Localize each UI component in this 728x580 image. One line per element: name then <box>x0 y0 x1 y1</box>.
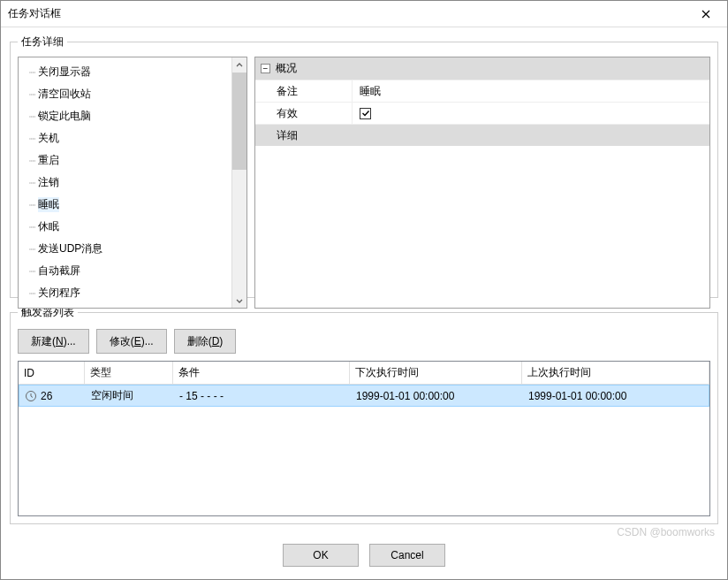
valid-checkbox[interactable] <box>360 108 371 119</box>
tree-connector-icon: ┈ <box>29 199 34 211</box>
edit-trigger-button[interactable]: 修改(E)... <box>96 329 167 354</box>
trigger-toolbar: 新建(N)... 修改(E)... 删除(D) <box>18 329 710 354</box>
tree-item-label: 休眠 <box>38 219 59 234</box>
valid-label: 有效 <box>255 103 353 124</box>
scrollbar-thumb[interactable] <box>232 72 246 170</box>
chevron-down-icon <box>236 297 243 304</box>
tree-item[interactable]: ┈清空回收站 <box>26 83 231 105</box>
chevron-up-icon <box>236 62 243 69</box>
tree-item[interactable]: ┈重启 <box>26 149 231 172</box>
tree-item-label: 自动截屏 <box>38 263 80 279</box>
tree-item[interactable]: ┈注销 <box>26 172 231 194</box>
prop-row-valid[interactable]: 有效 <box>255 102 709 124</box>
task-details-group: 任务详细 ┈关闭显示器┈清空回收站┈锁定此电脑┈关机┈重启┈注销┈睡眠┈休眠┈发… <box>10 34 718 298</box>
trigger-table: ID 类型 条件 下次执行时间 上次执行时间 26空闲时间- 15 - - - … <box>18 361 710 516</box>
tree-connector-icon: ┈ <box>29 287 34 300</box>
scroll-up-button[interactable] <box>232 57 246 72</box>
remark-value[interactable]: 睡眠 <box>353 80 709 102</box>
trigger-list-group: 触发器列表 新建(N)... 修改(E)... 删除(D) ID 类型 条件 下… <box>10 305 718 524</box>
tree-connector-icon: ┈ <box>29 243 34 256</box>
dialog-content: 任务详细 ┈关闭显示器┈清空回收站┈锁定此电脑┈关机┈重启┈注销┈睡眠┈休眠┈发… <box>1 27 727 531</box>
col-header-type[interactable]: 类型 <box>85 362 173 385</box>
tree-item[interactable]: ┈发送UDP消息 <box>26 238 231 260</box>
dialog-footer: OK Cancel <box>1 531 727 579</box>
tree-connector-icon: ┈ <box>29 88 34 101</box>
tree-item-label: 发送UDP消息 <box>38 241 102 256</box>
delete-trigger-button[interactable]: 删除(D) <box>174 329 237 354</box>
task-tree[interactable]: ┈关闭显示器┈清空回收站┈锁定此电脑┈关机┈重启┈注销┈睡眠┈休眠┈发送UDP消… <box>18 57 247 309</box>
tree-item[interactable]: ┈关闭显示器 <box>26 61 231 83</box>
prop-category-detail[interactable]: 详细 <box>255 124 709 146</box>
tree-item[interactable]: ┈休眠 <box>26 216 231 238</box>
col-header-condition[interactable]: 条件 <box>173 362 350 385</box>
cancel-button[interactable]: Cancel <box>369 544 445 567</box>
tree-item-label: 注销 <box>38 175 59 190</box>
task-details-legend: 任务详细 <box>18 34 67 50</box>
cell-next-exec: 1999-01-01 00:00:00 <box>351 390 523 402</box>
collapse-toggle[interactable]: − <box>261 64 270 73</box>
tree-item[interactable]: ┈锁定此电脑 <box>26 105 231 127</box>
tree-item[interactable]: ┈关闭程序 <box>26 282 231 304</box>
col-header-id[interactable]: ID <box>19 362 85 385</box>
tree-item-label: 睡眠 <box>38 197 59 212</box>
prop-category-overview[interactable]: − 概况 <box>255 57 709 80</box>
close-button[interactable] <box>692 4 720 25</box>
tree-connector-icon: ┈ <box>29 265 34 278</box>
tree-item-label: 关闭程序 <box>38 286 80 301</box>
property-grid: − 概况 备注 睡眠 有效 <box>254 57 710 309</box>
tree-item-label: 重启 <box>38 153 59 168</box>
cell-condition: - 15 - - - - <box>174 390 351 402</box>
tree-connector-icon: ┈ <box>29 66 34 79</box>
close-icon <box>701 10 710 19</box>
tree-item-label: 锁定此电脑 <box>38 109 91 124</box>
detail-label: 详细 <box>255 125 353 146</box>
cell-type: 空闲时间 <box>86 388 174 403</box>
remark-label: 备注 <box>255 80 353 102</box>
ok-button[interactable]: OK <box>283 544 359 567</box>
tree-connector-icon: ┈ <box>29 133 34 145</box>
tree-item-label: 关闭显示器 <box>38 65 91 80</box>
cell-id: 26 <box>19 390 86 402</box>
titlebar: 任务对话框 <box>1 1 727 27</box>
tree-item[interactable]: ┈睡眠 <box>26 194 231 216</box>
new-trigger-button[interactable]: 新建(N)... <box>18 329 89 354</box>
task-dialog: 任务对话框 任务详细 ┈关闭显示器┈清空回收站┈锁定此电脑┈关机┈重启┈注销┈睡… <box>0 0 728 580</box>
scrollbar-track[interactable] <box>232 72 246 293</box>
overview-label: 概况 <box>276 61 297 76</box>
tree-connector-icon: ┈ <box>29 155 34 167</box>
prop-row-remark[interactable]: 备注 睡眠 <box>255 80 709 102</box>
col-header-last[interactable]: 上次执行时间 <box>522 362 709 385</box>
tree-item-label: 清空回收站 <box>38 87 91 102</box>
tree-connector-icon: ┈ <box>29 221 34 233</box>
scroll-down-button[interactable] <box>232 293 246 308</box>
tree-item[interactable]: ┈关机 <box>26 127 231 149</box>
tree-item[interactable]: ┈自动截屏 <box>26 260 231 282</box>
table-row[interactable]: 26空闲时间- 15 - - - -1999-01-01 00:00:00199… <box>19 385 709 407</box>
table-header: ID 类型 条件 下次执行时间 上次执行时间 <box>19 362 709 385</box>
clock-icon <box>25 390 37 402</box>
window-title: 任务对话框 <box>8 6 61 21</box>
tree-connector-icon: ┈ <box>29 177 34 189</box>
tree-connector-icon: ┈ <box>29 111 34 123</box>
tree-scrollbar[interactable] <box>231 57 246 308</box>
tree-item-label: 关机 <box>38 131 59 146</box>
check-icon <box>361 109 370 118</box>
col-header-next[interactable]: 下次执行时间 <box>350 362 522 385</box>
cell-last-exec: 1999-01-01 00:00:00 <box>523 390 709 402</box>
